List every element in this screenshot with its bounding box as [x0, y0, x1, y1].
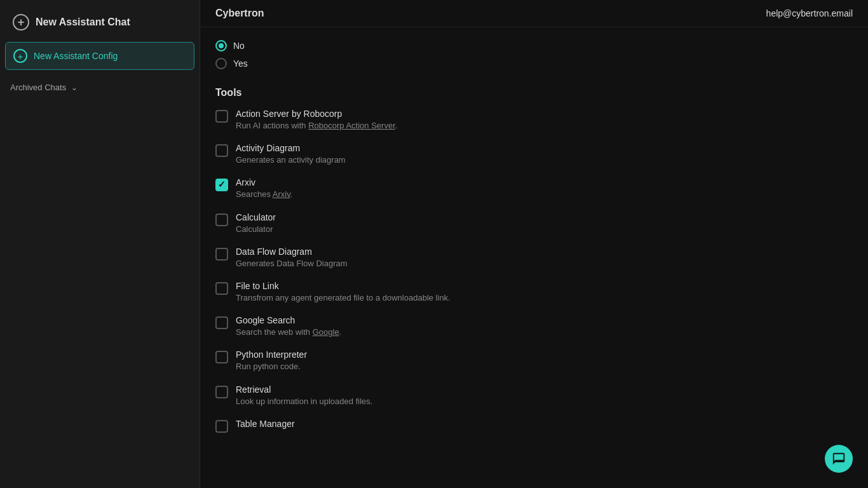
tool-item: RetrievalLook up information in uploaded… [215, 384, 853, 407]
tool-name-0: Action Server by Robocorp [236, 109, 397, 119]
tool-link-0: Robocorp Action Server [308, 121, 395, 130]
tool-checkbox-4[interactable] [215, 248, 228, 261]
tool-text-0: Action Server by RobocorpRun AI actions … [236, 109, 397, 132]
tool-checkbox-7[interactable] [215, 351, 228, 363]
tool-name-2: Arxiv [236, 177, 292, 187]
radio-yes[interactable] [215, 58, 227, 69]
tool-text-6: Google SearchSearch the web with Google. [236, 315, 341, 338]
tool-link-6: Google [313, 327, 339, 337]
radio-no[interactable] [215, 40, 227, 51]
archived-chats-section[interactable]: Archived Chats ⌄ [5, 80, 194, 95]
tool-desc-0: Run AI actions with Robocorp Action Serv… [236, 120, 397, 132]
tool-checkbox-9[interactable] [215, 420, 228, 433]
tools-title: Tools [215, 87, 853, 98]
tools-section: Tools Action Server by RobocorpRun AI ac… [215, 87, 853, 433]
tools-list: Action Server by RobocorpRun AI actions … [215, 109, 853, 433]
tool-item: ArxivSearches Arxiv. [215, 177, 853, 200]
tool-name-5: File to Link [236, 281, 451, 291]
tool-text-2: ArxivSearches Arxiv. [236, 177, 292, 200]
tool-desc-6: Search the web with Google. [236, 327, 341, 338]
sidebar: + New Assistant Chat + New Assistant Con… [0, 0, 200, 488]
tool-name-8: Retrieval [236, 384, 372, 395]
radio-group: No Yes [215, 40, 853, 69]
tool-desc-2: Searches Arxiv. [236, 189, 292, 200]
new-chat-label: New Assistant Chat [36, 17, 130, 28]
archived-chats-label: Archived Chats [10, 83, 66, 92]
tool-desc-8: Look up information in uploaded files. [236, 396, 372, 407]
tool-item: Data Flow DiagramGenerates Data Flow Dia… [215, 247, 853, 269]
main-content: Cybertron help@cybertron.email No Yes To… [200, 0, 868, 488]
content-area: No Yes Tools Action Server by RobocorpRu… [200, 27, 868, 488]
tool-text-8: RetrievalLook up information in uploaded… [236, 384, 372, 407]
tool-item: File to LinkTransfrom any agent generate… [215, 281, 853, 304]
radio-no-item[interactable]: No [215, 40, 853, 51]
user-email: help@cybertron.email [766, 8, 853, 18]
tool-desc-5: Transfrom any agent generated file to a … [236, 292, 451, 304]
tool-name-9: Table Manager [236, 419, 295, 429]
tool-desc-4: Generates Data Flow Diagram [236, 258, 348, 269]
tool-text-5: File to LinkTransfrom any agent generate… [236, 281, 451, 304]
new-config-button[interactable]: + New Assistant Config [5, 42, 194, 70]
tool-checkbox-6[interactable] [215, 316, 228, 329]
tool-desc-1: Generates an activity diagram [236, 154, 346, 166]
tool-item: Table Manager [215, 419, 853, 433]
tool-checkbox-2[interactable] [215, 179, 228, 191]
chevron-down-icon: ⌄ [71, 83, 78, 92]
tool-item: Python InterpreterRun python code. [215, 349, 853, 372]
radio-yes-label: Yes [233, 58, 248, 69]
tool-name-6: Google Search [236, 315, 341, 325]
tool-desc-3: Calculator [236, 224, 276, 235]
tool-item: Google SearchSearch the web with Google. [215, 315, 853, 338]
tool-checkbox-0[interactable] [215, 110, 228, 123]
tool-text-3: CalculatorCalculator [236, 212, 276, 235]
plus-config-icon: + [13, 49, 27, 63]
floating-chat-button[interactable] [825, 445, 853, 473]
radio-yes-item[interactable]: Yes [215, 58, 853, 69]
radio-no-label: No [233, 41, 245, 51]
tool-checkbox-8[interactable] [215, 386, 228, 398]
tool-checkbox-3[interactable] [215, 214, 228, 226]
tool-desc-7: Run python code. [236, 361, 307, 372]
tool-checkbox-1[interactable] [215, 144, 228, 157]
tool-item: Action Server by RobocorpRun AI actions … [215, 109, 853, 132]
tool-name-1: Activity Diagram [236, 143, 346, 153]
chat-icon [832, 452, 846, 466]
tool-item: CalculatorCalculator [215, 212, 853, 235]
tool-name-7: Python Interpreter [236, 349, 307, 360]
tool-item: Activity DiagramGenerates an activity di… [215, 143, 853, 166]
tool-text-7: Python InterpreterRun python code. [236, 349, 307, 372]
new-chat-button[interactable]: + New Assistant Chat [5, 8, 194, 37]
tool-checkbox-5[interactable] [215, 282, 228, 295]
tool-text-4: Data Flow DiagramGenerates Data Flow Dia… [236, 247, 348, 269]
tool-link-2: Arxiv [273, 189, 290, 199]
plus-icon: + [13, 14, 29, 30]
tool-text-9: Table Manager [236, 419, 295, 430]
brand-name: Cybertron [215, 8, 264, 19]
new-config-label: New Assistant Config [34, 51, 118, 61]
top-bar: Cybertron help@cybertron.email [200, 0, 868, 27]
tool-name-4: Data Flow Diagram [236, 247, 348, 257]
tool-text-1: Activity DiagramGenerates an activity di… [236, 143, 346, 166]
tool-name-3: Calculator [236, 212, 276, 222]
